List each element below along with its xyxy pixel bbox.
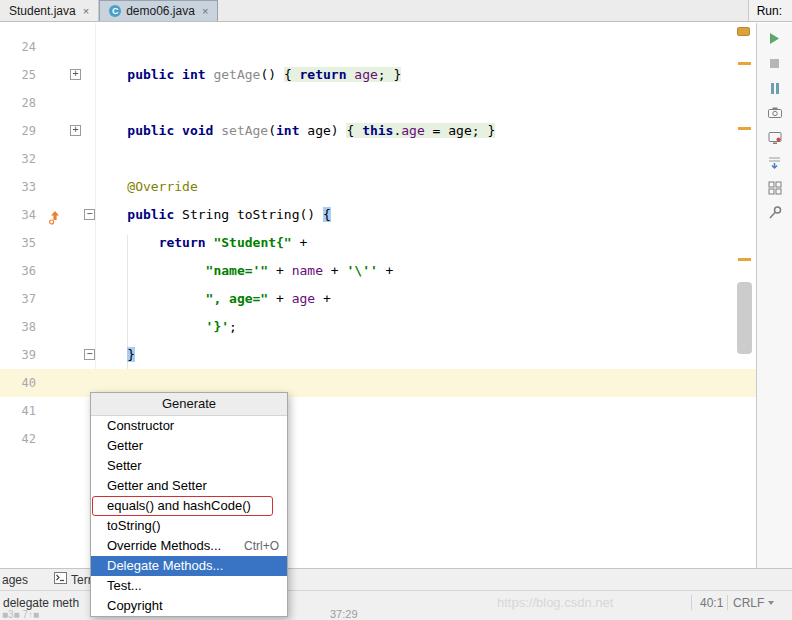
watermark: https://blog.csdn.net — [497, 595, 613, 610]
scroll-to-end-icon[interactable] — [767, 155, 783, 171]
line-number[interactable]: 24 — [0, 33, 36, 61]
settings-icon[interactable] — [767, 130, 783, 146]
fold-toggle-icon[interactable]: + — [70, 69, 81, 80]
caret-position-widget[interactable]: 40:1 — [700, 596, 723, 610]
menu-item-copyright[interactable]: Copyright — [91, 596, 287, 616]
line-number[interactable]: 37 — [0, 285, 36, 313]
fold-toggle-icon[interactable]: − — [84, 209, 95, 220]
line-number[interactable]: 28 — [0, 89, 36, 117]
line-number[interactable]: 40 — [0, 369, 36, 397]
line-number[interactable]: 33 — [0, 173, 36, 201]
line-ending-selector[interactable]: CRLF — [733, 596, 774, 610]
popup-title: Generate — [91, 393, 287, 416]
line-number[interactable]: 35 — [0, 229, 36, 257]
tab-label: Student.java — [9, 4, 76, 18]
warning-stripe-mark[interactable] — [738, 127, 751, 130]
class-icon: C — [109, 5, 121, 17]
code-text: public void setAge(int age) { this.age =… — [96, 117, 495, 145]
menu-item-label: Override Methods... — [107, 536, 221, 556]
code-text: return "Student{" + — [96, 229, 307, 257]
fold-toggle-icon[interactable]: + — [70, 125, 81, 136]
chevron-down-icon — [768, 601, 774, 605]
warning-stripe-mark[interactable] — [738, 258, 751, 261]
scrollbar-thumb[interactable] — [737, 282, 752, 354]
code-line-24[interactable]: 24 — [0, 33, 756, 61]
warning-stripe-mark[interactable] — [738, 62, 751, 65]
line-number[interactable]: 38 — [0, 313, 36, 341]
ide-window: Student.java×Cdemo06.java× Run: 2425+ pu… — [0, 0, 792, 620]
line-number[interactable]: 32 — [0, 145, 36, 173]
line-ending-label: CRLF — [733, 596, 764, 610]
status-separator — [727, 595, 728, 610]
cutoff-text-fragment: ■3■ 7↑■ — [2, 609, 39, 620]
line-number[interactable]: 34 — [0, 201, 36, 229]
generate-popup: Generate ConstructorGetterSetterGetter a… — [90, 392, 288, 617]
menu-item-getter-and-setter[interactable]: Getter and Setter — [91, 476, 287, 496]
toolwindow-button-terminal[interactable]: Tern — [54, 572, 94, 587]
code-text: @Override — [96, 173, 198, 201]
editor-tab-student-java[interactable]: Student.java× — [0, 0, 99, 21]
status-separator — [691, 595, 692, 610]
code-line-37[interactable]: 37 ", age=" + age + — [0, 285, 756, 313]
code-text: public String toString() { — [96, 201, 331, 229]
pause-output-icon[interactable] — [767, 80, 783, 96]
menu-item-setter[interactable]: Setter — [91, 456, 287, 476]
menu-item-label: Constructor — [107, 416, 174, 436]
fold-toggle-icon[interactable]: − — [84, 349, 95, 360]
menu-item-delegate-methods[interactable]: Delegate Methods... — [91, 556, 287, 576]
menu-item-tostring[interactable]: toString() — [91, 516, 287, 536]
menu-item-label: Test... — [107, 576, 142, 596]
menu-item-label: toString() — [107, 516, 160, 536]
code-line-36[interactable]: 36 "name='" + name + '\'' + — [0, 257, 756, 285]
status-message: delegate meth — [3, 596, 79, 610]
menu-item-label: Getter — [107, 436, 143, 456]
menu-item-constructor[interactable]: Constructor — [91, 416, 287, 436]
line-number[interactable]: 41 — [0, 397, 36, 425]
code-line-25[interactable]: 25+ public int getAge() { return age; } — [0, 61, 756, 89]
run-panel-title: Run: — [748, 0, 792, 21]
menu-item-equals-and-hashcode[interactable]: equals() and hashCode() — [91, 496, 287, 516]
code-line-32[interactable]: 32 — [0, 145, 756, 173]
code-line-34[interactable]: 34− public String toString() { — [0, 201, 756, 229]
tab-label: demo06.java — [126, 4, 195, 18]
rerun-icon[interactable] — [767, 30, 783, 46]
terminal-icon — [54, 572, 67, 587]
menu-item-override-methods[interactable]: Override Methods...Ctrl+O — [91, 536, 287, 556]
line-number[interactable]: 36 — [0, 257, 36, 285]
menu-item-getter[interactable]: Getter — [91, 436, 287, 456]
code-line-39[interactable]: 39− } — [0, 341, 756, 369]
editor-tabs: Student.java×Cdemo06.java× — [0, 0, 218, 21]
menu-item-label: Delegate Methods... — [107, 556, 223, 576]
code-line-28[interactable]: 28 — [0, 89, 756, 117]
line-number[interactable]: 29 — [0, 117, 36, 145]
code-line-29[interactable]: 29+ public void setAge(int age) { this.a… — [0, 117, 756, 145]
line-number[interactable]: 39 — [0, 341, 36, 369]
code-text: } — [96, 341, 135, 369]
code-line-33[interactable]: 33 @Override — [0, 173, 756, 201]
popup-menu: ConstructorGetterSetterGetter and Setter… — [91, 416, 287, 616]
menu-item-label: Setter — [107, 456, 142, 476]
editor-tab-bar: Student.java×Cdemo06.java× Run: — [0, 0, 792, 22]
menu-item-label: equals() and hashCode() — [107, 496, 251, 516]
code-text: public int getAge() { return age; } — [96, 61, 401, 89]
inspection-status-indicator[interactable] — [737, 27, 750, 36]
stop-icon[interactable] — [767, 55, 783, 71]
cutoff-caret-fragment: 37:29 — [330, 608, 358, 620]
restore-layout-icon[interactable] — [767, 180, 783, 196]
code-line-35[interactable]: 35 return "Student{" + — [0, 229, 756, 257]
editor-tab-demo06-java[interactable]: Cdemo06.java× — [99, 0, 218, 21]
code-line-38[interactable]: 38 '}'; — [0, 313, 756, 341]
thread-dump-icon[interactable] — [767, 105, 783, 121]
line-number[interactable]: 25 — [0, 61, 36, 89]
toolwindow-button-messages[interactable]: ages — [2, 573, 28, 587]
close-icon[interactable]: × — [83, 5, 89, 17]
pin-icon[interactable] — [767, 205, 783, 221]
menu-item-test[interactable]: Test... — [91, 576, 287, 596]
code-text: '}'; — [96, 313, 237, 341]
code-text: "name='" + name + '\'' + — [96, 257, 393, 285]
close-icon[interactable]: × — [202, 5, 208, 17]
code-text: ", age=" + age + — [96, 285, 331, 313]
line-number[interactable]: 42 — [0, 425, 36, 453]
menu-item-label: Getter and Setter — [107, 476, 207, 496]
menu-item-shortcut: Ctrl+O — [244, 536, 287, 556]
